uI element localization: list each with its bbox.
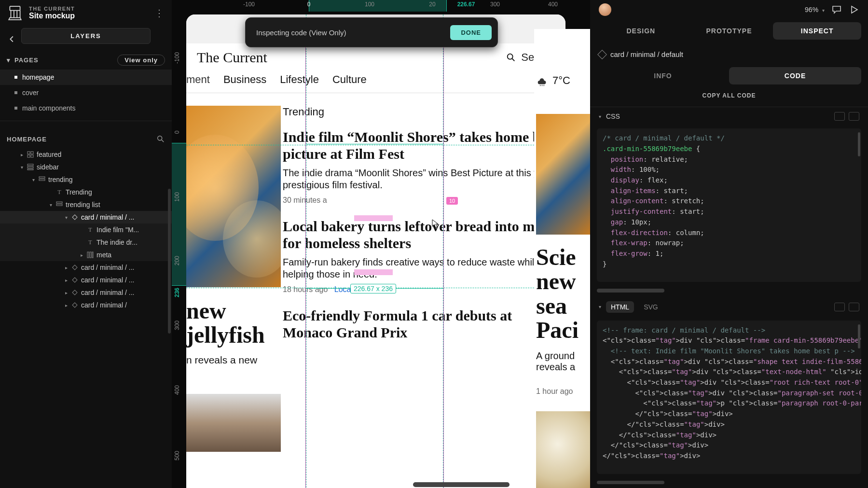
page-item-label: main components: [22, 104, 76, 112]
user-avatar[interactable]: [599, 3, 611, 16]
nav-item[interactable]: ment: [186, 73, 210, 86]
chevron-down-icon: ▾: [31, 177, 36, 182]
hero-time: 1 hour ago: [534, 373, 590, 396]
tree-row-text-indie[interactable]: T Indie film "M...: [0, 223, 172, 236]
frame-desktop-peek[interactable]: 7°C ScienewseaPaci A groundreveals a 1 h…: [534, 29, 590, 488]
tree-label: card / minimal / ...: [81, 289, 134, 296]
tree-scrollbar[interactable]: [168, 189, 171, 334]
layer-tree: ▸ featured ▾ sidebar ▾ trending T Trendi…: [0, 148, 172, 488]
tab-html[interactable]: HTML: [606, 301, 634, 313]
ruler-vertical: -1000100200236300400500: [172, 12, 186, 488]
toast-done-button[interactable]: DONE: [450, 25, 492, 40]
page-item-label: homepage: [22, 73, 54, 81]
tree-row-card-selected[interactable]: ▾ card / minimal / ...: [0, 211, 172, 223]
nav-item[interactable]: Business: [223, 73, 266, 86]
layers-tab[interactable]: LAYERS: [21, 28, 151, 44]
tree-label: sidebar: [37, 163, 59, 171]
canvas[interactable]: -100010020226.67300400 -1000100200236300…: [172, 0, 590, 488]
copy-all-code-button[interactable]: COPY ALL CODE: [590, 84, 868, 107]
code-action-icon[interactable]: [834, 303, 845, 311]
zoom-value: 96%: [805, 6, 818, 14]
svg-rect-15: [92, 252, 93, 258]
page-item-cover[interactable]: cover: [0, 85, 172, 100]
code-action-icon[interactable]: [834, 112, 845, 121]
menu-dots-icon[interactable]: ⋮: [153, 7, 165, 19]
copy-icon[interactable]: [849, 112, 859, 121]
tree-row-text-drama[interactable]: T The indie dr...: [0, 236, 172, 249]
svg-rect-7: [28, 167, 33, 168]
text-icon: T: [56, 189, 63, 195]
chevron-right-icon: ▸: [64, 290, 69, 295]
code-scrollbar[interactable]: [858, 324, 860, 349]
html-section-header[interactable]: ▾ HTML SVG: [590, 296, 868, 318]
tab-prototype[interactable]: PROTOTYPE: [685, 22, 773, 40]
selection-path[interactable]: card / minimal / default: [590, 45, 868, 63]
tree-row-card[interactable]: ▸ card / minimal / ...: [0, 286, 172, 299]
tab-code[interactable]: CODE: [729, 67, 861, 84]
chevron-right-icon: ▸: [64, 265, 69, 270]
featured-sub: n reveals a new: [186, 348, 283, 366]
card-meta: 30 minutes a: [283, 191, 565, 205]
html-codeblock[interactable]: <!-- frame: card / minimal / default -->…: [597, 321, 861, 474]
code-scrollbar-h[interactable]: [597, 289, 664, 292]
page-item-label: cover: [22, 89, 39, 97]
css-section-header[interactable]: ▾ CSS: [590, 107, 868, 125]
chevron-down-icon: ▾: [7, 56, 12, 64]
tab-svg[interactable]: SVG: [639, 301, 663, 313]
chevron-right-icon: ▸: [79, 252, 84, 258]
code-scrollbar[interactable]: [858, 132, 860, 156]
card[interactable]: Eco-friendly Formula 1 car debuts at Mon…: [283, 307, 565, 354]
tab-info[interactable]: INFO: [597, 67, 729, 84]
frames-viewport[interactable]: < 768px The Current Search ment Business…: [186, 12, 590, 488]
content: new jellyfish n reveals a new Trending I…: [186, 93, 565, 452]
tree-row-featured[interactable]: ▸ featured: [0, 148, 172, 161]
featured-headline: new jellyfish: [186, 287, 283, 348]
view-only-pill: View only: [117, 55, 165, 66]
play-icon[interactable]: [849, 4, 859, 15]
chevron-down-icon: ▾: [599, 304, 601, 309]
tree-row-trending-list[interactable]: ▾ trending list: [0, 198, 172, 211]
tab-design[interactable]: DESIGN: [597, 22, 685, 40]
tree-row-meta[interactable]: ▸ meta: [0, 249, 172, 261]
mode-tabs: DESIGN PROTOTYPE INSPECT: [590, 19, 868, 45]
canvas-scrollbar[interactable]: [413, 482, 510, 487]
card[interactable]: Local bakery turns leftover bread into m…: [283, 218, 565, 307]
css-codeblock[interactable]: /* card / minimal / default */ .card-min…: [597, 128, 861, 282]
css-label: CSS: [606, 112, 620, 120]
tree-row-card[interactable]: ▸ card / minimal /: [0, 299, 172, 311]
tree-label: card / minimal / ...: [81, 264, 134, 271]
tree-label: Trending: [66, 188, 92, 196]
code-scrollbar-h[interactable]: [597, 481, 664, 484]
tree-label: The indie dr...: [96, 238, 138, 246]
zoom-level[interactable]: 96% ▾: [805, 6, 825, 14]
chevron-down-icon: ▾: [64, 215, 69, 220]
card-tag[interactable]: Local news: [334, 285, 373, 293]
tree-row-card[interactable]: ▸ card / minimal / ...: [0, 261, 172, 274]
comment-icon[interactable]: [831, 4, 842, 15]
search-icon[interactable]: [156, 135, 165, 143]
chevron-right-icon: ▸: [64, 278, 69, 283]
tab-inspect[interactable]: INSPECT: [773, 22, 861, 40]
pages-label: PAGES: [14, 56, 39, 64]
page-item-main-components[interactable]: main components: [0, 100, 172, 116]
card[interactable]: Indie film “Moonlit Shores” takes home b…: [283, 129, 565, 218]
back-arrow-icon[interactable]: [7, 34, 17, 44]
tree-label: card / minimal /: [81, 301, 127, 309]
svg-rect-13: [87, 252, 89, 258]
pages-header[interactable]: ▾ PAGES View only: [0, 49, 172, 70]
component-icon: [71, 214, 78, 221]
page-item-homepage[interactable]: homepage: [0, 70, 172, 85]
nav-item[interactable]: Culture: [332, 73, 367, 86]
copy-icon[interactable]: [849, 303, 859, 311]
tree-row-sidebar[interactable]: ▾ sidebar: [0, 161, 172, 173]
page-bullet-icon: [14, 91, 17, 94]
nav-item[interactable]: Lifestyle: [280, 73, 319, 86]
chevron-down-icon: ▾: [48, 202, 53, 208]
tree-row-trending-text[interactable]: T Trending: [0, 186, 172, 198]
svg-rect-11: [56, 202, 62, 203]
chevron-down-icon: ▾: [599, 114, 601, 119]
frame-mobile[interactable]: The Current Search ment Business Lifesty…: [186, 14, 565, 488]
tree-row-trending[interactable]: ▾ trending: [0, 173, 172, 186]
site-logo[interactable]: The Current: [197, 49, 267, 66]
tree-row-card[interactable]: ▸ card / minimal / ...: [0, 274, 172, 286]
